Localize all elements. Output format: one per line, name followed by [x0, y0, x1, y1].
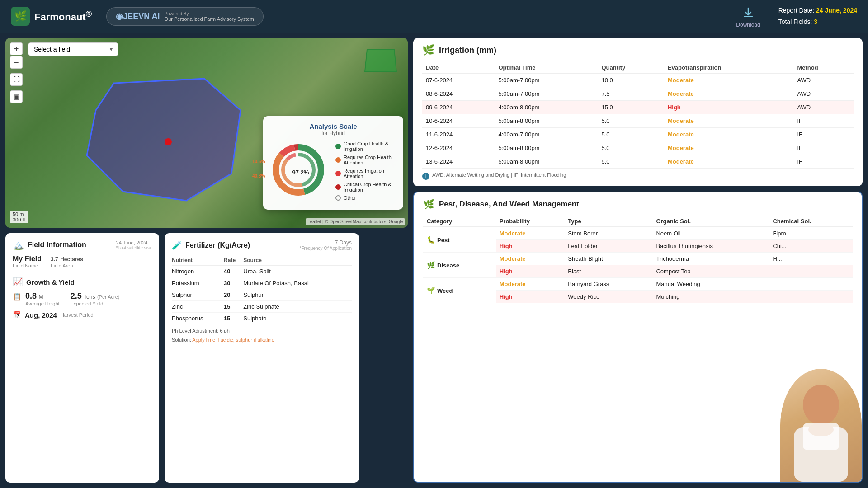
growth-header: 📈 Growth & Yield — [13, 277, 152, 287]
fert-freq-sub: *Frequency Of Application — [299, 246, 352, 251]
pest-category: 🐛Pest — [423, 227, 496, 253]
zoom-in-button[interactable]: + — [10, 42, 23, 55]
irrig-col-evap: Evapotranspiration — [664, 62, 793, 73]
irrig-row: 07-6-2024 5:00am-7:00pm 10.0 Moderate AW… — [422, 73, 854, 87]
field-polygon — [78, 74, 250, 210]
pest-chemical — [769, 291, 853, 303]
irrig-quantity: 5.0 — [598, 128, 664, 141]
fert-source: Sulphur — [243, 289, 352, 301]
svg-rect-14 — [803, 423, 839, 450]
fert-row: Nitrogen 40 Urea, Split — [172, 266, 352, 277]
report-date-value: 24 June, 2024 — [816, 7, 857, 14]
fert-header-row: Nutrient Rate Source — [172, 255, 352, 266]
harvest-value: Aug, 2024 — [25, 311, 57, 319]
irrig-optimal: 5:00am-7:00pm — [495, 87, 598, 101]
fert-nutrient: Potassium — [172, 277, 224, 289]
field-info-panel: 🏔️ Field Information 24 June, 2024 *Last… — [5, 233, 159, 483]
bottom-panels: 🏔️ Field Information 24 June, 2024 *Last… — [5, 233, 408, 483]
analysis-popup: Analysis Scale for Hybrid — [263, 116, 403, 210]
fert-title: 🧪 Fertilizer (Kg/Acre) — [172, 240, 250, 250]
right-panels: 🌿 Irrigation (mm) Date Optimal Time Quan… — [413, 38, 863, 483]
analysis-subtitle: for Hybrid — [271, 130, 395, 136]
download-label: Download — [736, 22, 760, 28]
category-icon: 🐛 — [427, 236, 435, 244]
fert-solution-prefix: Solution: — [172, 337, 191, 343]
download-button[interactable]: Download — [736, 5, 760, 28]
fertilizer-panel: 🧪 Fertilizer (Kg/Acre) 7 Days *Frequency… — [165, 233, 359, 483]
fert-row: Sulphur 20 Sulphur — [172, 289, 352, 301]
pest-type: Blast — [564, 265, 652, 278]
fert-source: Zinc Sulphate — [243, 301, 352, 313]
analysis-title: Analysis Scale — [271, 122, 395, 130]
field-info-title: Field Information — [28, 241, 86, 249]
field-area-label: Field Area — [51, 263, 83, 268]
height-icon: 📋 — [13, 292, 22, 301]
pest-chemical — [769, 265, 853, 278]
irrig-row: 10-6-2024 5:00am-8:00pm 5.0 Moderate IF — [422, 114, 854, 128]
pest-probability: Moderate — [496, 278, 565, 291]
main: + − ⛶ ▣ Select a field ▼ 50 m 300 ft — [0, 33, 868, 488]
irrig-col-quantity: Quantity — [598, 62, 664, 73]
height-value: 0.8 — [25, 291, 37, 300]
legend-label-crop: Requires Crop Health Attention — [344, 155, 395, 165]
pest-type: Weedy Rice — [564, 291, 652, 303]
pest-col-type: Type — [564, 216, 652, 227]
fert-source: Sulphate — [243, 313, 352, 324]
map-controls: + − ⛶ ▣ — [10, 42, 23, 103]
pest-probability: Moderate — [496, 253, 565, 265]
pest-col-organic: Organic Sol. — [652, 216, 769, 227]
map-panel: + − ⛶ ▣ Select a field ▼ 50 m 300 ft — [5, 38, 408, 483]
header: 🌿 Farmonaut® ◉JEEVN Ai Powered By Our Pe… — [0, 0, 868, 33]
avatar-image — [780, 369, 862, 482]
pest-chemical — [769, 278, 853, 291]
fert-col-nutrient: Nutrient — [172, 255, 224, 266]
legend-item-crop: Requires Crop Health Attention — [335, 155, 395, 165]
fert-days: 7 Days *Frequency Of Application — [299, 239, 352, 251]
pest-chemical: Chi... — [769, 240, 853, 253]
pest-organic: Bacillus Thuringiensis — [652, 240, 769, 253]
fert-solution: Solution: Apply lime if acidic, sulphur … — [172, 337, 352, 343]
irrig-method: IF — [793, 128, 854, 141]
growth-icon: 📈 — [13, 277, 23, 287]
fert-rate: 15 — [224, 313, 243, 324]
fert-nutrient: Zinc — [172, 301, 224, 313]
pest-organic: Mulching — [652, 291, 769, 303]
irrig-method: IF — [793, 141, 854, 155]
irrig-evap: Moderate — [664, 73, 793, 87]
irrig-evap: High — [664, 101, 793, 114]
fert-rate: 15 — [224, 301, 243, 313]
pest-row: 🌿Disease Moderate Sheath Blight Trichode… — [423, 253, 853, 265]
pest-type: Sheath Blight — [564, 253, 652, 265]
pest-col-category: Category — [423, 216, 496, 227]
field-row: My Field Field Name 3.7 Hectares Field A… — [13, 255, 152, 268]
info-icon: i — [422, 173, 429, 180]
irrig-method: AWD — [793, 73, 854, 87]
yield-values: 2.5 Tons (Per Acre) Expected Yield — [71, 291, 120, 306]
irrig-evap: Moderate — [664, 128, 793, 141]
fert-solution-text[interactable]: Apply lime if acidic, sulphur if alkalin… — [192, 337, 274, 343]
irrig-evap: Moderate — [664, 114, 793, 128]
logo-reg: ® — [86, 9, 92, 19]
zoom-out-button[interactable]: − — [10, 56, 23, 69]
irrig-note: i AWD: Alternate Wetting and Drying | IF… — [422, 172, 854, 180]
pest-col-chemical: Chemical Sol. — [769, 216, 853, 227]
divider — [13, 273, 152, 273]
report-date-label: Report Date: — [778, 7, 814, 14]
irrig-method: AWD — [793, 101, 854, 114]
irrig-method: AWD — [793, 87, 854, 101]
irrig-title: Irrigation (mm) — [439, 46, 496, 55]
pest-category: 🌿Disease — [423, 253, 496, 278]
logo-text: Farmonaut® — [34, 9, 92, 23]
irrig-date: 10-6-2024 — [422, 114, 495, 128]
irrig-row: 11-6-2024 4:00am-7:00pm 5.0 Moderate IF — [422, 128, 854, 141]
irrig-row: 13-6-2024 5:00am-8:00pm 5.0 Moderate IF — [422, 155, 854, 169]
height-metric: 📋 0.8 M Average Height — [13, 291, 60, 306]
growth-title: Growth & Yield — [26, 278, 75, 286]
pest-type: Leaf Folder — [564, 240, 652, 253]
svg-marker-3 — [365, 49, 396, 72]
layers-button[interactable]: ▣ — [10, 90, 23, 103]
fert-row: Phosphorus 15 Sulphate — [172, 313, 352, 324]
field-select[interactable]: Select a field — [28, 42, 118, 56]
fullscreen-button[interactable]: ⛶ — [10, 73, 23, 86]
jeevn-name: ◉JEEVN Ai — [116, 11, 160, 21]
